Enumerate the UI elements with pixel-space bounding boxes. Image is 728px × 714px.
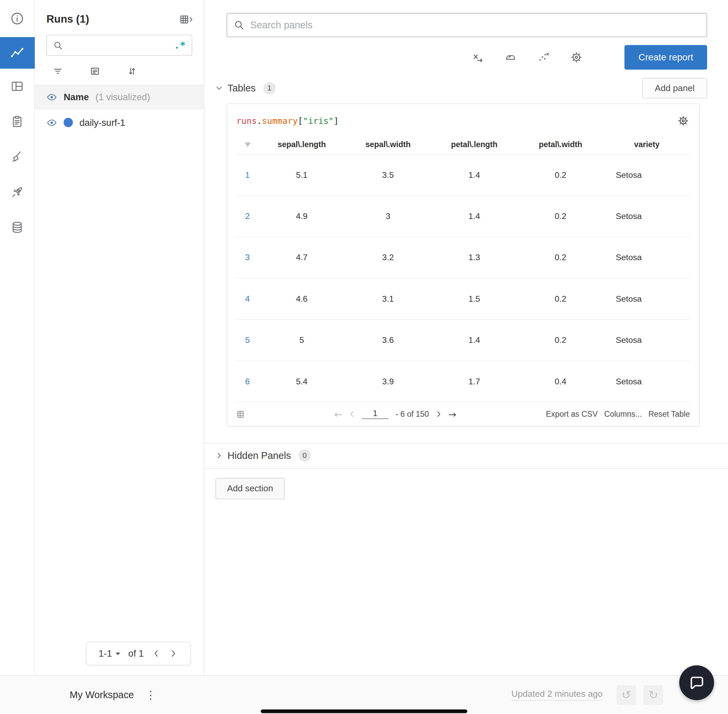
row-index-link[interactable]: 3: [236, 253, 259, 262]
status-bar: My Workspace ⋮ Updated 2 minutes ago ↺ ↻: [0, 675, 728, 714]
sort-runs-button[interactable]: [126, 66, 137, 76]
last-page-button[interactable]: →: [448, 409, 456, 419]
filter-icon: [52, 66, 63, 76]
launch-button[interactable]: [0, 174, 35, 210]
run-list-item[interactable]: daily-surf-1: [35, 109, 204, 136]
expand-runs-table-button[interactable]: [180, 14, 194, 25]
column-header[interactable]: petal\.width: [517, 140, 603, 150]
x-axis-settings-button[interactable]: [471, 51, 484, 63]
gear-icon: [677, 115, 689, 126]
eye-icon: [47, 117, 57, 128]
collapse-section-button[interactable]: [214, 84, 224, 93]
page-number-input[interactable]: [362, 409, 389, 419]
panel-search-input[interactable]: [250, 20, 700, 31]
workspace-name: My Workspace: [69, 689, 134, 700]
table-pagination: ← - 6 of 150 →: [245, 409, 546, 419]
home-indicator: [261, 709, 467, 713]
table-row: 4 4.6 3.1 1.5 0.2 Setosa: [236, 278, 690, 320]
row-index-link[interactable]: 5: [236, 335, 259, 345]
run-color-dot: [63, 118, 73, 127]
first-page-button[interactable]: ←: [334, 409, 342, 419]
runs-search-box: .*: [47, 35, 193, 56]
section-title: Tables: [227, 82, 256, 94]
list-icon: [89, 66, 100, 76]
workspace-settings-button[interactable]: [570, 51, 583, 63]
cell: 5.1: [259, 170, 345, 180]
smoothing-settings-button[interactable]: [504, 51, 517, 63]
regex-toggle[interactable]: .*: [174, 40, 186, 51]
code-bracket: [: [298, 116, 303, 126]
artifacts-button[interactable]: [0, 210, 35, 245]
rocket-icon: [10, 185, 24, 199]
logs-button[interactable]: [0, 104, 35, 140]
visualized-count-label: (1 visualized): [96, 92, 150, 103]
left-nav-rail: [0, 0, 35, 675]
cell: 0.4: [517, 376, 603, 386]
line-chart-icon: [10, 45, 25, 60]
columns-button[interactable]: Columns...: [604, 409, 642, 419]
filter-icon: [244, 141, 251, 148]
table-row: 3 4.7 3.2 1.3 0.2 Setosa: [236, 237, 690, 278]
cell: 4.6: [259, 294, 345, 304]
add-panel-button[interactable]: Add panel: [642, 78, 707, 99]
table-footer: ← - 6 of 150 → Export as CSV Columns... …: [227, 402, 699, 426]
section-count-badge: 1: [263, 82, 275, 94]
column-header[interactable]: petal\.length: [431, 140, 517, 150]
expand-section-button[interactable]: [214, 451, 224, 460]
table-row: 5 5 3.6 1.4 0.2 Setosa: [236, 320, 690, 361]
cell: 3: [345, 211, 431, 221]
undo-button[interactable]: ↺: [617, 685, 636, 705]
row-index-link[interactable]: 6: [236, 376, 259, 386]
next-page-button[interactable]: [168, 650, 178, 657]
column-header[interactable]: sepal\.width: [345, 140, 431, 150]
info-button[interactable]: [0, 0, 35, 37]
panels-button[interactable]: [0, 69, 35, 104]
reset-table-button[interactable]: Reset Table: [648, 409, 690, 419]
cell: 5: [259, 335, 345, 345]
table-filter-button[interactable]: [236, 141, 259, 148]
chevron-left-icon[interactable]: [349, 411, 355, 418]
column-header[interactable]: variety: [604, 140, 690, 150]
chat-support-button[interactable]: [679, 665, 714, 700]
export-csv-button[interactable]: Export as CSV: [546, 409, 598, 419]
workspace-main: Create report Tables 1 Add panel runs.su…: [204, 0, 728, 675]
outliers-settings-button[interactable]: [537, 51, 550, 63]
prev-page-button[interactable]: [151, 650, 161, 657]
code-object: runs: [236, 116, 257, 126]
app-root: Runs (1) .*: [0, 0, 728, 714]
row-index-link[interactable]: 2: [236, 211, 259, 221]
row-view-toggle[interactable]: [236, 410, 245, 418]
page-size-dropdown[interactable]: 1-1: [99, 648, 121, 659]
cell: Setosa: [604, 253, 690, 262]
cell: 0.2: [517, 253, 603, 262]
panel-settings-button[interactable]: [677, 115, 689, 126]
chevron-right-icon: [170, 650, 176, 657]
table-row: 1 5.1 3.5 1.4 0.2 Setosa: [236, 154, 690, 196]
workspace-charts-button[interactable]: [0, 37, 35, 69]
column-header[interactable]: sepal\.length: [259, 140, 345, 150]
cell: 0.2: [517, 335, 603, 345]
row-index-link[interactable]: 1: [236, 170, 259, 180]
filter-runs-button[interactable]: [52, 66, 63, 76]
layout-panels-icon: [10, 79, 24, 93]
hidden-panels-header: Hidden Panels 0: [227, 449, 707, 462]
cell: 3.6: [345, 335, 431, 345]
row-index-link[interactable]: 4: [236, 294, 259, 304]
database-icon: [10, 220, 24, 234]
chevron-right-icon[interactable]: [436, 411, 442, 418]
add-section-button[interactable]: Add section: [215, 478, 285, 499]
code-property: summary: [262, 116, 298, 126]
workspace-menu-button[interactable]: ⋮: [145, 688, 156, 702]
panel-search-box: [227, 13, 707, 38]
run-visibility-toggle[interactable]: [47, 117, 57, 128]
cell: 1.5: [431, 294, 517, 304]
sweeps-button[interactable]: [0, 140, 35, 175]
visibility-all-toggle[interactable]: [47, 92, 57, 103]
runs-search-input[interactable]: [68, 40, 170, 50]
create-report-button[interactable]: Create report: [625, 45, 707, 69]
redo-button[interactable]: ↻: [644, 685, 663, 705]
cell: 3.5: [345, 170, 431, 180]
group-runs-button[interactable]: [89, 66, 100, 76]
workspace-toolbar: Create report: [227, 45, 707, 69]
table-header-row: sepal\.length sepal\.width petal\.length…: [236, 135, 690, 154]
